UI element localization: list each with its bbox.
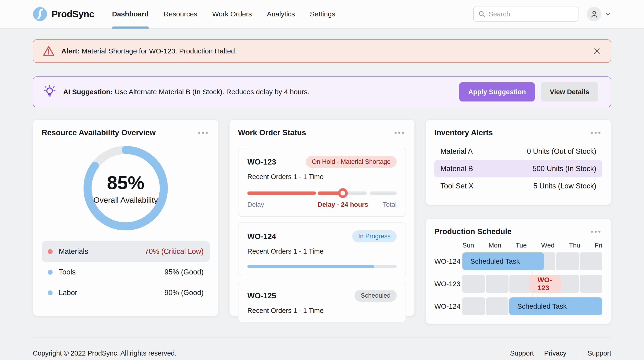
schedule-task-bar[interactable]: Scheduled Task	[509, 297, 602, 315]
inventory-item-quantity: 0 Units (Out of Stock)	[527, 147, 596, 156]
chevron-down-icon	[604, 11, 611, 18]
legend-row-labor: Labor90% (Good)	[42, 282, 210, 303]
schedule-row-label: WO-124	[434, 302, 462, 310]
work-order-subtext: Recent Orders 1 - 1 Time	[247, 173, 397, 181]
schedule-task-bar[interactable]: WO-123	[530, 275, 561, 293]
ai-suggestion-message: Use Alternate Material B (In Stock). Red…	[113, 88, 309, 96]
overall-availability-caption: Overall Availability	[93, 196, 158, 205]
user-menu[interactable]	[587, 7, 611, 21]
ai-suggestion-text: AI Suggestion: Use Alternate Material B …	[63, 88, 309, 96]
slider-label-center: Delay - 24 hours	[318, 201, 368, 208]
search-icon	[478, 10, 485, 18]
inventory-list: Material A0 Units (Out of Stock)Material…	[434, 143, 602, 195]
work-order-list: WO-123On Hold - Material ShortageRecent …	[238, 148, 406, 322]
schedule-day-header: SunMonTueWedThuFri	[434, 242, 602, 249]
footer-link-privacy[interactable]: Privacy	[544, 349, 566, 357]
work-order-item-wo-123: WO-123On Hold - Material ShortageRecent …	[238, 148, 406, 217]
ai-suggestion-label: AI Suggestion:	[63, 88, 113, 96]
inventory-row-tool-set-x[interactable]: Tool Set X5 Units (Low Stock)	[434, 177, 602, 195]
slider-track-segment	[247, 192, 316, 195]
schedule-cell	[486, 297, 508, 315]
schedule-task-bar[interactable]: Scheduled Task	[462, 252, 544, 270]
legend-value: 90% (Good)	[164, 288, 204, 297]
resource-card-title: Resource Availability Overview	[42, 128, 156, 137]
nav-item-settings[interactable]: Settings	[310, 0, 335, 28]
legend-row-materials: Materials70% (Critical Low)	[42, 241, 210, 262]
schedule-day-thu: Thu	[569, 242, 580, 249]
work-order-id: WO-123	[247, 157, 276, 166]
view-details-button[interactable]: View Details	[541, 82, 598, 101]
footer-link-support[interactable]: Support	[510, 349, 534, 357]
schedule-day-tue: Tue	[516, 242, 527, 249]
schedule-cell	[462, 297, 485, 315]
legend-name: Materials	[59, 247, 88, 256]
nav-item-resources[interactable]: Resources	[164, 0, 197, 28]
schedule-cell	[510, 275, 532, 293]
schedule-row-wo-124: WO-124Scheduled Task	[434, 297, 602, 315]
app-header: ProdSync DashboardResourcesWork OrdersAn…	[0, 0, 644, 29]
work-order-status-badge: On Hold - Material Shortage	[306, 156, 397, 168]
schedule-day-wed: Wed	[541, 242, 554, 249]
footer-link-support[interactable]: Support	[587, 349, 611, 357]
search-box[interactable]	[473, 7, 578, 22]
work-order-item-wo-125: WO-125ScheduledRecent Orders 1 - 1 Time	[238, 282, 406, 322]
alert-close-button[interactable]	[592, 47, 602, 56]
schedule-cell	[580, 252, 602, 270]
work-order-subtext: Recent Orders 1 - 1 Time	[247, 248, 397, 255]
slider-knob[interactable]	[338, 188, 348, 198]
slider-label-left: Delay	[247, 201, 264, 208]
inventory-alerts-card: Inventory Alerts Material A0 Units (Out …	[426, 119, 611, 205]
inventory-item-name: Tool Set X	[440, 182, 474, 190]
inventory-row-material-a[interactable]: Material A0 Units (Out of Stock)	[434, 143, 602, 160]
delay-slider[interactable]	[247, 192, 397, 195]
apply-suggestion-button[interactable]: Apply Suggestion	[459, 82, 535, 101]
brand-name: ProdSync	[52, 9, 94, 20]
slider-label-right: Total	[383, 201, 397, 208]
work-order-status-badge: In Progress	[352, 230, 397, 242]
schedule-row-wo-123: WO-123WO-123	[434, 275, 602, 293]
inventory-item-quantity: 5 Units (Low Stock)	[533, 182, 596, 190]
alert-banner: Alert: Material Shortage for WO-123. Pro…	[33, 39, 611, 63]
main-nav: DashboardResourcesWork OrdersAnalyticsSe…	[112, 0, 335, 28]
search-input[interactable]	[488, 10, 573, 18]
schedule-cell	[462, 275, 485, 293]
schedule-card-title: Production Schedule	[434, 227, 512, 236]
nav-item-work-orders[interactable]: Work Orders	[212, 0, 252, 28]
overall-availability-percent: 85%	[107, 172, 144, 194]
resource-card-menu-button[interactable]	[196, 130, 210, 136]
schedule-row-wo-124: WO-124Scheduled Task	[434, 252, 602, 270]
schedule-cell	[486, 275, 508, 293]
cards-grid: Resource Availability Overview 85% Overa…	[33, 119, 611, 324]
schedule-gantt: SunMonTueWedThuFri WO-124Scheduled TaskW…	[434, 242, 602, 315]
work-orders-card-title: Work Order Status	[238, 128, 306, 137]
legend-value: 70% (Critical Low)	[144, 247, 204, 256]
resource-legend: Materials70% (Critical Low)Tools95% (Goo…	[42, 241, 210, 303]
warning-triangle-icon	[42, 45, 55, 57]
work-orders-card-menu-button[interactable]	[393, 130, 406, 136]
work-order-status-badge: Scheduled	[354, 290, 397, 302]
inventory-item-quantity: 500 Units (In Stock)	[532, 164, 596, 173]
availability-donut-chart: 85% Overall Availability	[82, 144, 170, 232]
schedule-rows: WO-124Scheduled TaskWO-123WO-123WO-124Sc…	[434, 252, 602, 315]
schedule-row-track: Scheduled Task	[462, 297, 602, 315]
schedule-card-menu-button[interactable]	[589, 229, 602, 235]
inventory-row-material-b[interactable]: Material B500 Units (In Stock)	[434, 160, 602, 177]
legend-dot	[48, 249, 53, 254]
alert-text: Alert: Material Shortage for WO-123. Pro…	[61, 47, 237, 55]
nav-item-dashboard[interactable]: Dashboard	[112, 0, 149, 28]
work-order-progress-bar	[247, 265, 397, 268]
inventory-card-menu-button[interactable]	[589, 130, 602, 136]
prodsync-logo-icon	[33, 7, 47, 21]
nav-item-analytics[interactable]: Analytics	[267, 0, 295, 28]
schedule-row-label: WO-123	[434, 280, 462, 288]
schedule-day-mon: Mon	[488, 242, 501, 249]
copyright-text: Copyright © 2022 ProdSync. All rights re…	[33, 349, 177, 357]
ai-actions: Apply Suggestion View Details	[459, 82, 598, 101]
schedule-day-sun: Sun	[462, 242, 474, 249]
lightbulb-icon	[42, 85, 57, 99]
schedule-row-track: Scheduled Task	[462, 252, 602, 270]
page-footer: Copyright © 2022 ProdSync. All rights re…	[0, 324, 644, 360]
production-schedule-card: Production Schedule SunMonTueWedThuFri W…	[426, 218, 611, 324]
work-order-id: WO-125	[247, 291, 276, 300]
main-content: Alert: Material Shortage for WO-123. Pro…	[0, 29, 644, 324]
